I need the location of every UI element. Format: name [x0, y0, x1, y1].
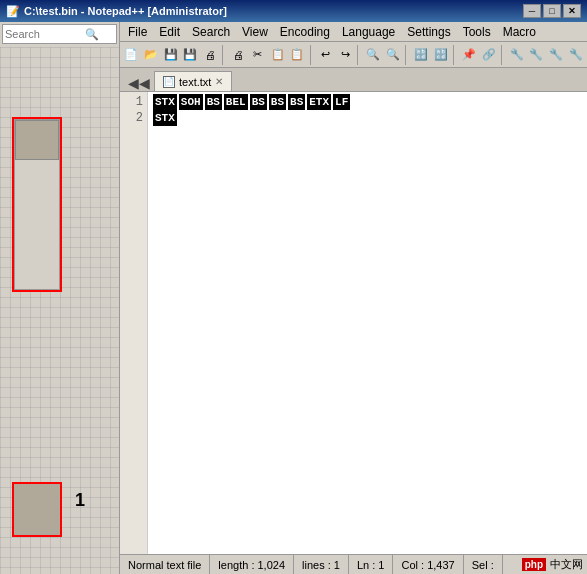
token-bs-3: BS — [269, 94, 286, 110]
line-num-1: 1 — [120, 94, 147, 110]
search-icon[interactable]: 🔍 — [83, 25, 101, 43]
editor-area: 1 2 STX SOH BS BEL BS BS BS ETX LF STX — [120, 92, 587, 554]
tb-cut[interactable]: ✂ — [249, 44, 268, 66]
status-right: php 中文网 — [522, 557, 583, 572]
red-box-top — [12, 117, 62, 292]
tb-find[interactable]: 🔍 — [364, 44, 383, 66]
menu-bar: File Edit Search View Encoding Language … — [120, 22, 587, 42]
scroll-thumb-bottom — [14, 484, 60, 535]
tb-save-all[interactable]: 💾 — [181, 44, 200, 66]
status-file-type: Normal text file — [124, 555, 210, 574]
tb-plugin1[interactable]: 🔧 — [507, 44, 526, 66]
sel-label: Sel : — [472, 559, 494, 571]
token-bs-1: BS — [205, 94, 222, 110]
status-lines: lines : 1 — [294, 555, 349, 574]
token-soh: SOH — [179, 94, 203, 110]
main-area: File Edit Search View Encoding Language … — [120, 22, 587, 574]
tab-file-icon: 📄 — [163, 76, 175, 88]
tb-sep-2 — [310, 45, 314, 65]
status-length: length : 1,024 — [210, 555, 294, 574]
menu-tools[interactable]: Tools — [457, 24, 497, 40]
search-input[interactable] — [3, 28, 83, 40]
col-label: Col : 1,437 — [401, 559, 454, 571]
token-stx-2: STX — [153, 110, 177, 126]
tb-sep-1 — [222, 45, 226, 65]
close-button[interactable]: ✕ — [563, 4, 581, 18]
tb-replace[interactable]: 🔍 — [384, 44, 403, 66]
red-box-bottom — [12, 482, 62, 537]
left-panel: 🔍 1 — [0, 22, 120, 574]
menu-edit[interactable]: Edit — [153, 24, 186, 40]
token-bs-4: BS — [288, 94, 305, 110]
tab-close-button[interactable]: ✕ — [215, 76, 223, 87]
tb-plugin3[interactable]: 🔧 — [547, 44, 566, 66]
tb-print[interactable]: 🖨 — [229, 44, 248, 66]
tab-bar: ◀◀ 📄 text.txt ✕ — [120, 68, 587, 92]
token-lf: LF — [333, 94, 350, 110]
scroll-track-bottom[interactable] — [14, 484, 60, 535]
tb-zoom-in[interactable]: 🔡 — [412, 44, 431, 66]
length-label: length : 1,024 — [218, 559, 285, 571]
code-line-1: STX SOH BS BEL BS BS BS ETX LF — [152, 94, 583, 110]
tb-plugin2[interactable]: 🔧 — [527, 44, 546, 66]
menu-view[interactable]: View — [236, 24, 274, 40]
tab-back-button[interactable]: ◀◀ — [124, 75, 154, 91]
tb-macro[interactable]: 📌 — [460, 44, 479, 66]
token-stx-1: STX — [153, 94, 177, 110]
menu-search[interactable]: Search — [186, 24, 236, 40]
status-col: Col : 1,437 — [393, 555, 463, 574]
menu-settings[interactable]: Settings — [401, 24, 456, 40]
tb-sep-5 — [453, 45, 457, 65]
tb-copy[interactable]: 📋 — [268, 44, 287, 66]
tb-zoom-out[interactable]: 🔡 — [431, 44, 450, 66]
scroll-track-top[interactable] — [14, 119, 60, 290]
tb-save[interactable]: 💾 — [161, 44, 180, 66]
search-bar: 🔍 — [2, 24, 117, 44]
token-etx: ETX — [307, 94, 331, 110]
file-type-label: Normal text file — [128, 559, 201, 571]
tb-undo[interactable]: ↩ — [316, 44, 335, 66]
code-line-2: STX — [152, 110, 583, 126]
window-title: C:\test.bin - Notepad++ [Administrator] — [24, 5, 227, 17]
toolbar: 📄 📂 💾 💾 🖨 🖨 ✂ 📋 📋 ↩ ↪ 🔍 🔍 🔡 🔡 📌 🔗 🔧 🔧 🔧 … — [120, 42, 587, 68]
minimize-button[interactable]: ─ — [523, 4, 541, 18]
tb-plugin4[interactable]: 🔧 — [566, 44, 585, 66]
line-num-2: 2 — [120, 110, 147, 126]
ln-label: Ln : 1 — [357, 559, 385, 571]
chinese-label: 中文网 — [550, 557, 583, 572]
menu-encoding[interactable]: Encoding — [274, 24, 336, 40]
status-sel: Sel : — [464, 555, 503, 574]
tb-sep-6 — [501, 45, 505, 65]
status-ln: Ln : 1 — [349, 555, 394, 574]
scroll-thumb-top — [15, 120, 59, 160]
menu-file[interactable]: File — [122, 24, 153, 40]
panel-number: 1 — [75, 490, 85, 511]
app-icon: 📝 — [6, 5, 20, 18]
tb-sep-4 — [405, 45, 409, 65]
tb-new[interactable]: 📄 — [122, 44, 141, 66]
token-bs-2: BS — [250, 94, 267, 110]
menu-macro[interactable]: Macro — [497, 24, 542, 40]
tb-redo[interactable]: ↪ — [336, 44, 355, 66]
lines-label: lines : 1 — [302, 559, 340, 571]
tb-paste[interactable]: 📋 — [288, 44, 307, 66]
tb-open[interactable]: 📂 — [142, 44, 161, 66]
editor-content[interactable]: STX SOH BS BEL BS BS BS ETX LF STX — [148, 92, 587, 554]
maximize-button[interactable]: □ — [543, 4, 561, 18]
line-numbers: 1 2 — [120, 92, 148, 554]
status-bar: Normal text file length : 1,024 lines : … — [120, 554, 587, 574]
tab-text-txt[interactable]: 📄 text.txt ✕ — [154, 71, 232, 91]
token-bel: BEL — [224, 94, 248, 110]
title-bar: 📝 C:\test.bin - Notepad++ [Administrator… — [0, 0, 587, 22]
tb-run[interactable]: 🔗 — [479, 44, 498, 66]
tb-sep-3 — [357, 45, 361, 65]
menu-language[interactable]: Language — [336, 24, 401, 40]
tb-close[interactable]: 🖨 — [201, 44, 220, 66]
php-badge: php — [522, 558, 546, 571]
tab-filename: text.txt — [179, 76, 211, 88]
window-controls: ─ □ ✕ — [523, 4, 581, 18]
